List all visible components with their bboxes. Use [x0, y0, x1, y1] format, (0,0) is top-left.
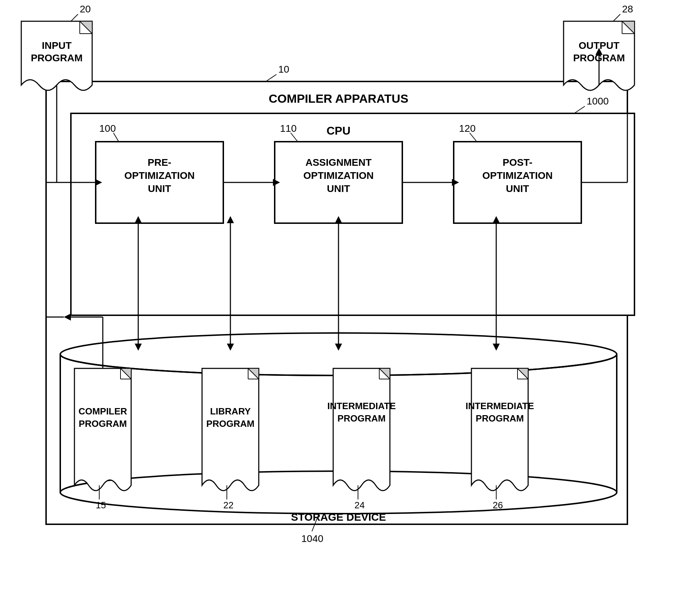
ref1000-label: 1000	[587, 96, 609, 107]
svg-rect-4	[96, 142, 223, 223]
pre-opt-line2: OPTIMIZATION	[124, 170, 195, 181]
intermediate-program-24-text1: INTERMEDIATE	[327, 401, 396, 411]
ref110-label: 110	[280, 123, 297, 134]
svg-line-1	[266, 74, 276, 81]
post-opt-line2: OPTIMIZATION	[482, 170, 553, 181]
svg-rect-6	[275, 142, 402, 223]
library-program-text1: LIBRARY	[210, 406, 251, 417]
cpu-label: CPU	[326, 124, 351, 137]
ref20-label: 20	[80, 4, 91, 15]
input-program-text2: PROGRAM	[31, 52, 83, 63]
ref24-label: 24	[354, 500, 365, 510]
pre-opt-line3: UNIT	[148, 183, 171, 194]
ref100-label: 100	[99, 123, 116, 134]
input-program-text1: INPUT	[42, 40, 72, 51]
ref1040-label: 1040	[301, 533, 323, 544]
intermediate-program-26-text1: INTERMEDIATE	[465, 401, 534, 411]
svg-rect-8	[454, 142, 581, 223]
ref22-label: 22	[223, 500, 234, 510]
assign-opt-line1: ASSIGNMENT	[306, 157, 372, 168]
library-program-text2: PROGRAM	[206, 418, 254, 429]
post-opt-line3: UNIT	[506, 183, 529, 194]
assign-opt-line3: UNIT	[327, 183, 350, 194]
input-program-shape: INPUT PROGRAM 20	[21, 4, 92, 90]
svg-line-60	[613, 14, 620, 21]
storage-device-label: STORAGE DEVICE	[291, 511, 386, 523]
diagram-container: 10 COMPILER APPARATUS CPU 1000 PRE- OPTI…	[0, 0, 677, 616]
intermediate-program-24-text2: PROGRAM	[337, 413, 386, 424]
compiler-apparatus-label: COMPILER APPARATUS	[269, 92, 408, 105]
svg-line-56	[71, 14, 78, 21]
assign-opt-line2: OPTIMIZATION	[303, 170, 374, 181]
ref26-label: 26	[493, 500, 503, 510]
pre-opt-line1: PRE-	[148, 157, 172, 168]
ref10-label: 10	[278, 64, 289, 75]
compiler-program-text1: COMPILER	[78, 406, 127, 417]
ref120-label: 120	[459, 123, 476, 134]
ref15-label: 15	[96, 500, 106, 510]
post-opt-line1: POST-	[503, 157, 532, 168]
compiler-program-text2: PROGRAM	[79, 418, 127, 429]
intermediate-program-26-text2: PROGRAM	[476, 413, 524, 424]
ref28-label: 28	[622, 4, 633, 15]
